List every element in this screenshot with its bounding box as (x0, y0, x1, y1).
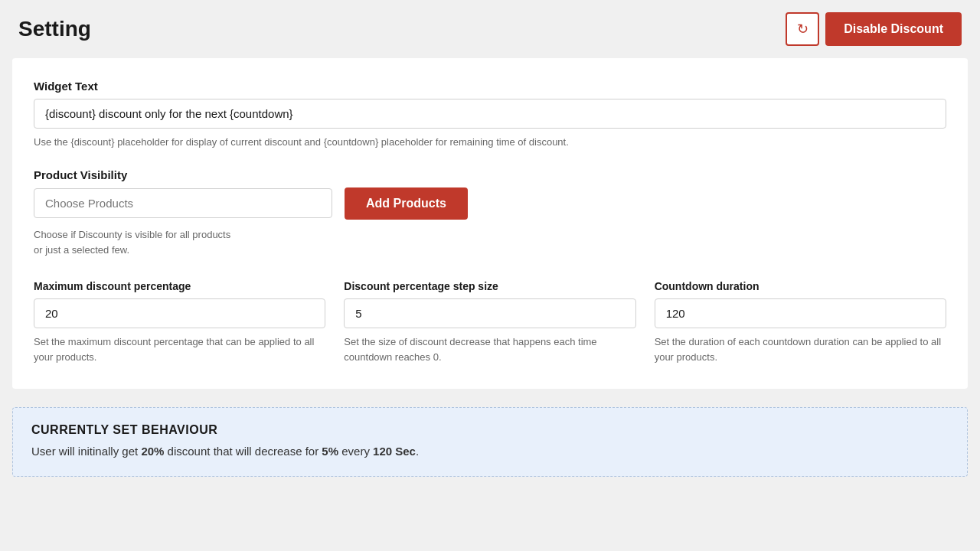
behaviour-step-value: 5% (322, 445, 338, 458)
max-discount-label: Maximum discount percentage (34, 280, 325, 292)
countdown-duration-label: Countdown duration (655, 280, 946, 292)
product-visibility-label: Product Visibility (34, 168, 946, 181)
choose-products-input[interactable] (34, 188, 332, 218)
widget-text-section: Widget Text Use the {discount} placehold… (34, 80, 946, 150)
refresh-icon: ↻ (797, 21, 808, 37)
widget-text-hint: Use the {discount} placeholder for displ… (34, 135, 946, 150)
discount-step-field: Discount percentage step size Set the si… (344, 280, 635, 364)
product-visibility-row: Add Products (34, 187, 946, 220)
discount-step-hint: Set the size of discount decrease that h… (344, 334, 635, 364)
discount-step-label: Discount percentage step size (344, 280, 635, 292)
widget-text-label: Widget Text (34, 80, 946, 93)
product-visibility-hint: Choose if Discounty is visible for all p… (34, 227, 946, 259)
countdown-duration-field: Countdown duration Set the duration of e… (655, 280, 946, 364)
metrics-row: Maximum discount percentage Set the maxi… (34, 280, 946, 364)
main-card: Widget Text Use the {discount} placehold… (12, 58, 968, 389)
page-header: Setting ↻ Disable Discount (0, 0, 980, 58)
behaviour-duration-value: 120 Sec (373, 445, 416, 458)
behaviour-card: CURRENTLY SET BEHAVIOUR User will initin… (12, 407, 968, 477)
behaviour-title: CURRENTLY SET BEHAVIOUR (31, 423, 949, 437)
refresh-button[interactable]: ↻ (786, 12, 819, 46)
behaviour-desc: User will initinally get 20% discount th… (31, 443, 949, 461)
countdown-duration-input[interactable] (655, 298, 946, 328)
page-title: Setting (18, 17, 91, 41)
header-actions: ↻ Disable Discount (786, 12, 962, 46)
countdown-duration-hint: Set the duration of each countdown durat… (655, 334, 946, 364)
max-discount-input[interactable] (34, 298, 325, 328)
disable-discount-button[interactable]: Disable Discount (825, 12, 962, 46)
behaviour-discount-value: 20% (141, 445, 164, 458)
max-discount-field: Maximum discount percentage Set the maxi… (34, 280, 325, 364)
add-products-button[interactable]: Add Products (345, 187, 468, 220)
product-visibility-section: Product Visibility Add Products Choose i… (34, 168, 946, 259)
max-discount-hint: Set the maximum discount percentage that… (34, 334, 325, 364)
discount-step-input[interactable] (344, 298, 635, 328)
widget-text-input[interactable] (34, 99, 946, 129)
